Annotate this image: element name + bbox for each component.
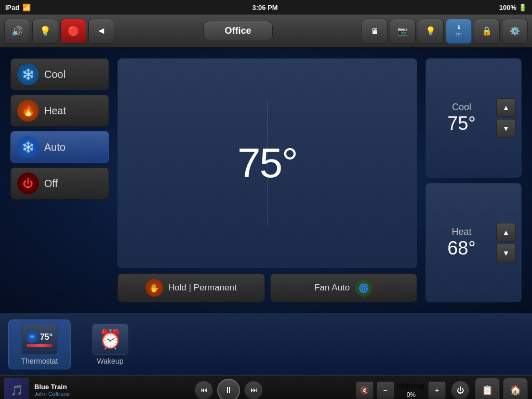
cool-setpoint-arrows: ▲ ▼ [496, 98, 516, 138]
temp-controls-bottom: ✋ Hold | Permanent Fan Auto 🌀 [117, 273, 417, 302]
heat-setpoint-label: Heat [431, 227, 492, 237]
heat-setpoint-box: Heat 68° ▲ ▼ [425, 183, 522, 302]
volume-controls: 🔇 − Volume 0% + ⏻ [356, 381, 470, 400]
camera-button[interactable]: 📷 [390, 19, 416, 44]
thermo-mini-mode-icon: ❄ [26, 331, 38, 343]
track-artist: John Coltrane [34, 391, 107, 397]
setpoint-controls: Cool 75° ▲ ▼ Heat 68° ▲ ▼ [425, 58, 522, 302]
cool-icon: ❄️ [17, 63, 39, 85]
cool-setpoint-box: Cool 75° ▲ ▼ [425, 58, 522, 178]
volume-label: Volume [397, 382, 425, 391]
right-media-buttons: 📋 🏠 [475, 378, 528, 400]
settings-button[interactable]: ⚙️ [502, 19, 528, 44]
status-time: 3:06 PM [252, 4, 278, 11]
fan-label: Fan Auto [314, 283, 350, 293]
battery-label: 100% [499, 4, 516, 11]
track-info: Blue Train John Coltrane [34, 383, 107, 397]
hold-icon: ✋ [145, 279, 163, 297]
record-button[interactable]: 🔴 [60, 19, 86, 44]
volume-value: 0% [397, 391, 425, 398]
favorites-bar: ❄ 75° Thermostat ⏰ Wakeup [0, 313, 532, 375]
temp-divider [268, 100, 268, 225]
pause-button[interactable]: ⏸ [217, 379, 240, 400]
heat-down-button[interactable]: ▼ [496, 244, 516, 262]
cool-up-button[interactable]: ▲ [496, 98, 516, 117]
auto-mode-button[interactable]: ❄️ Auto [10, 131, 109, 163]
thermostat-fav-label: Thermostat [21, 357, 58, 365]
favorite-thermostat[interactable]: ❄ 75° Thermostat [8, 320, 71, 369]
mute-button[interactable]: 🔇 [356, 381, 374, 399]
volume-down-button[interactable]: − [377, 381, 394, 399]
main-content: ❄️ Cool 🔥 Heat ❄️ Auto ⏻ Off 75° [0, 48, 532, 313]
playlist-button[interactable]: 📋 [475, 378, 500, 400]
wifi-icon: 📶 [22, 4, 31, 11]
volume-display: Volume 0% [397, 382, 425, 398]
temp-main-display: 75° [117, 58, 417, 268]
auto-icon: ❄️ [17, 136, 39, 158]
cool-setpoint-info: Cool 75° [431, 102, 492, 135]
temp-display: 75° ✋ Hold | Permanent Fan Auto 🌀 [117, 58, 417, 302]
heat-icon: 🔥 [17, 100, 39, 122]
nav-bar: 🔊 💡 🔴 ◄ Office 🖥 📷 💡 🌡75° 🔒 ⚙️ [0, 15, 532, 48]
wakeup-fav-icon: ⏰ [92, 324, 128, 355]
off-label: Off [44, 178, 58, 190]
thermo-mini-temp: 75° [40, 332, 52, 342]
off-icon: ⏻ [17, 172, 39, 194]
auto-label: Auto [44, 141, 65, 153]
heat-setpoint-info: Heat 68° [431, 227, 492, 259]
nav-right-buttons: 🖥 📷 💡 🌡75° 🔒 ⚙️ [362, 19, 528, 44]
hold-label: Hold | Permanent [168, 283, 237, 293]
lock-button[interactable]: 🔒 [474, 19, 500, 44]
heat-mode-button[interactable]: 🔥 Heat [10, 95, 109, 127]
status-left: iPad 📶 [5, 4, 31, 11]
lighting-button[interactable]: 💡 [418, 19, 444, 44]
thermo-mini-top: ❄ 75° [26, 331, 52, 343]
device-label: iPad [5, 4, 19, 11]
thermostat-panel: ❄️ Cool 🔥 Heat ❄️ Auto ⏻ Off 75° [10, 58, 522, 302]
next-button[interactable]: ⏭ [244, 381, 263, 400]
nav-title: Office [116, 21, 360, 41]
off-mode-button[interactable]: ⏻ Off [10, 167, 109, 200]
monitor-button[interactable]: 🖥 [362, 19, 388, 44]
battery-icon: 🔋 [518, 4, 527, 11]
track-name: Blue Train [34, 383, 107, 391]
mode-buttons: ❄️ Cool 🔥 Heat ❄️ Auto ⏻ Off [10, 58, 109, 302]
power-button[interactable]: ⏻ [451, 381, 470, 400]
status-bar: iPad 📶 3:06 PM 100% 🔋 [0, 0, 532, 15]
cool-down-button[interactable]: ▼ [496, 119, 516, 138]
home-button[interactable]: 🏠 [503, 378, 528, 400]
cool-label: Cool [44, 69, 65, 81]
prev-button[interactable]: ⏮ [194, 381, 213, 400]
volume-up-button[interactable]: + [428, 381, 446, 399]
cool-mode-button[interactable]: ❄️ Cool [10, 58, 109, 90]
heat-setpoint-arrows: ▲ ▼ [496, 223, 516, 262]
thermostat-fav-icon: ❄ 75° [21, 324, 58, 355]
fan-button[interactable]: Fan Auto 🌀 [270, 273, 418, 302]
wakeup-icon: ⏰ [97, 326, 123, 352]
fan-icon: 🌀 [355, 279, 373, 297]
wakeup-fav-label: Wakeup [97, 357, 124, 365]
light-button[interactable]: 💡 [32, 19, 58, 44]
cool-setpoint-value: 75° [431, 113, 492, 135]
thermostat-mini-icon: 🌡75° [455, 24, 462, 37]
back-button[interactable]: ◄ [88, 19, 114, 44]
thermostat-mini-widget: ❄ 75° [26, 331, 52, 347]
hold-button[interactable]: ✋ Hold | Permanent [117, 273, 265, 302]
nav-title-text: Office [203, 21, 272, 41]
heat-up-button[interactable]: ▲ [496, 223, 516, 242]
thermostat-nav-button[interactable]: 🌡75° [446, 19, 472, 44]
heat-label: Heat [44, 105, 66, 117]
thermo-mini-bar [26, 344, 52, 347]
favorite-wakeup[interactable]: ⏰ Wakeup [79, 320, 141, 369]
playback-controls: ⏮ ⏸ ⏭ [107, 379, 351, 400]
cool-setpoint-label: Cool [431, 102, 492, 113]
sound-button[interactable]: 🔊 [4, 19, 30, 44]
media-bar: 🎵 Blue Train John Coltrane ⏮ ⏸ ⏭ 🔇 − Vol… [0, 375, 532, 399]
album-art: 🎵 [4, 378, 29, 400]
status-right: 100% 🔋 [499, 4, 527, 11]
heat-setpoint-value: 68° [431, 237, 492, 259]
